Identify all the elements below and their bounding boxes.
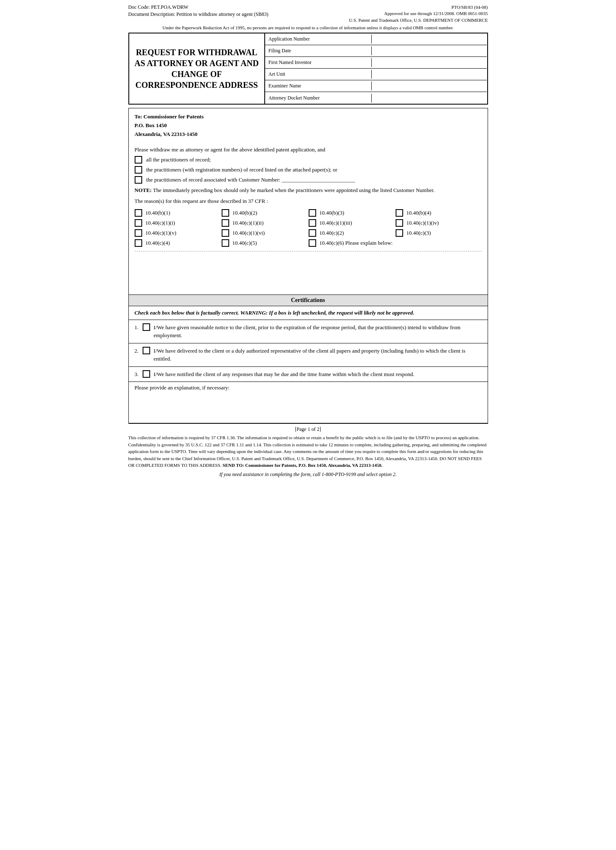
- cfr-item-2: 10.40(b)(3): [309, 209, 395, 217]
- cert-checkbox-3[interactable]: [143, 370, 150, 378]
- certifications-header: Certifications: [129, 294, 488, 306]
- cfr-label-10: 10.40(c)(2): [320, 230, 344, 236]
- cfr-label-last: 10.40(c)(6) Please explain below:: [320, 240, 393, 246]
- field-row-4: Examiner Name: [265, 80, 487, 92]
- address-line2: P.O. Box 1450: [135, 121, 482, 130]
- cfr-item-6: 10.40(c)(1)(iii): [309, 219, 395, 227]
- cfr-checkbox-1[interactable]: [222, 209, 229, 217]
- field-value-2[interactable]: [372, 61, 487, 64]
- footer-assistance: If you need assistance in completing the…: [128, 471, 488, 478]
- cfr-checkbox-0[interactable]: [135, 209, 142, 217]
- field-value-0[interactable]: [372, 38, 487, 41]
- cfr-checkbox-3[interactable]: [396, 209, 403, 217]
- address-line3: Alexandria, VA 22313-1450: [135, 130, 482, 139]
- cfr-item-5: 10.40(c)(1)(ii): [222, 219, 308, 227]
- cfr-item-12: 10.40(c)(4): [135, 239, 221, 247]
- body-section: To: Commissioner for Patents P.O. Box 14…: [128, 108, 488, 424]
- cfr-label-1: 10.40(b)(2): [233, 210, 258, 216]
- option1-row: all the practitioners of record;: [135, 156, 482, 164]
- cfr-label-8: 10.40(c)(1)(v): [146, 230, 176, 236]
- cfr-label-2: 10.40(b)(3): [320, 210, 345, 216]
- cfr-label-3: 10.40(b)(4): [406, 210, 432, 216]
- reasons-intro: The reason(s) for this request are those…: [135, 197, 482, 205]
- field-value-5[interactable]: [372, 97, 487, 99]
- paperwork-notice: Under the Paperwork Reduction Act of 199…: [128, 25, 488, 30]
- main-form-box: REQUEST FOR WITHDRAWAL AS ATTORNEY OR AG…: [128, 33, 488, 105]
- field-value-3[interactable]: [372, 73, 487, 76]
- option3-checkbox[interactable]: [135, 176, 142, 184]
- option1-label: all the practitioners of record;: [146, 156, 211, 163]
- cfr-item-8: 10.40(c)(1)(v): [135, 229, 221, 237]
- cfr-item-7: 10.40(c)(1)(iv): [396, 219, 482, 227]
- cfr-checkbox-13[interactable]: [222, 239, 229, 247]
- cfr-label-4: 10.40(c)(1)(i): [146, 220, 175, 226]
- cfr-item-3: 10.40(b)(4): [396, 209, 482, 217]
- cert-text-3: I/We have notified the client of any res…: [153, 370, 414, 379]
- cert-checkbox-2[interactable]: [143, 347, 150, 354]
- cfr-grid: 10.40(b)(1)10.40(b)(2)10.40(b)(3)10.40(b…: [135, 209, 482, 247]
- doc-description: Document Description: Petition to withdr…: [128, 11, 268, 18]
- fields-cell: Application Number Filing Date First Nam…: [265, 33, 487, 104]
- field-row-1: Filing Date: [265, 45, 487, 57]
- cfr-item-0: 10.40(b)(1): [135, 209, 221, 217]
- field-row-0: Application Number: [265, 33, 487, 45]
- option2-checkbox[interactable]: [135, 166, 142, 174]
- field-row-3: Art Unit: [265, 69, 487, 80]
- option2-row: the practitioners (with registration num…: [135, 166, 482, 174]
- cert-number-1: 1.: [135, 323, 139, 332]
- pto-form: PTO/SB/83 (04-08): [349, 4, 488, 10]
- option3-row: the practitioners of record associated w…: [135, 176, 482, 184]
- cfr-checkbox-last[interactable]: [309, 239, 316, 247]
- field-row-2: First Named Inventor: [265, 57, 487, 69]
- cfr-checkbox-8[interactable]: [135, 229, 142, 237]
- cfr-checkbox-5[interactable]: [222, 219, 229, 227]
- page-number: [Page 1 of 2]: [128, 426, 488, 433]
- cfr-label-7: 10.40(c)(1)(iv): [406, 220, 439, 226]
- footer-text: This collection of information is requir…: [128, 434, 488, 469]
- cfr-checkbox-10[interactable]: [309, 229, 316, 237]
- cfr-item-11: 10.40(c)(3): [396, 229, 482, 237]
- explanation-box: [135, 251, 482, 289]
- cfr-label-11: 10.40(c)(3): [406, 230, 431, 236]
- option1-checkbox[interactable]: [135, 156, 142, 164]
- cfr-label-12: 10.40(c)(4): [146, 240, 170, 246]
- cfr-checkbox-11[interactable]: [396, 229, 403, 237]
- form-title-cell: REQUEST FOR WITHDRAWAL AS ATTORNEY OR AG…: [129, 33, 265, 104]
- cfr-item-13: 10.40(c)(5): [222, 239, 308, 247]
- cfr-checkbox-7[interactable]: [396, 219, 403, 227]
- field-value-1[interactable]: [372, 50, 487, 52]
- cfr-item-1: 10.40(b)(2): [222, 209, 308, 217]
- cfr-item-last: 10.40(c)(6) Please explain below:: [309, 239, 482, 247]
- address-line1: To: Commissioner for Patents: [135, 113, 482, 121]
- cfr-checkbox-4[interactable]: [135, 219, 142, 227]
- cert-checkbox-1[interactable]: [143, 323, 150, 331]
- cert-item-2: 2. I/We have delivered to the client or …: [129, 343, 488, 367]
- cfr-label-13: 10.40(c)(5): [233, 240, 257, 246]
- field-value-4[interactable]: [372, 85, 487, 87]
- body-content: Please withdraw me as attorney or agent …: [129, 141, 488, 292]
- cfr-checkbox-9[interactable]: [222, 229, 229, 237]
- explain-section: Please provide an explanation, if necess…: [129, 382, 488, 423]
- cert-item-3: 3. I/We have notified the client of any …: [129, 367, 488, 382]
- cfr-label-9: 10.40(c)(1)(vi): [233, 230, 265, 236]
- cert-text-2: I/We have delivered to the client or a d…: [153, 347, 481, 363]
- field-label-2: First Named Inventor: [265, 58, 372, 67]
- note-text: NOTE: The immediately preceding box shou…: [135, 186, 482, 195]
- field-row-5: Attorney Docket Number: [265, 92, 487, 104]
- field-label-1: Filing Date: [265, 46, 372, 55]
- cfr-checkbox-12[interactable]: [135, 239, 142, 247]
- cert-warning: Check each box below that is factually c…: [129, 306, 488, 320]
- cfr-label-0: 10.40(b)(1): [146, 210, 171, 216]
- cfr-label-6: 10.40(c)(1)(iii): [320, 220, 352, 226]
- cfr-checkbox-6[interactable]: [309, 219, 316, 227]
- cert-item-1: 1. I/We have given reasonable notice to …: [129, 320, 488, 343]
- cfr-item-4: 10.40(c)(1)(i): [135, 219, 221, 227]
- field-label-3: Art Unit: [265, 70, 372, 79]
- cfr-item-9: 10.40(c)(1)(vi): [222, 229, 308, 237]
- cert-warning-text: Check each box below that is factually c…: [135, 310, 414, 316]
- address-block: To: Commissioner for Patents P.O. Box 14…: [129, 108, 488, 141]
- cfr-checkbox-2[interactable]: [309, 209, 316, 217]
- option2-label: the practitioners (with registration num…: [146, 166, 337, 173]
- note-content: The immediately preceding box should onl…: [153, 187, 435, 193]
- cert-number-2: 2.: [135, 347, 139, 355]
